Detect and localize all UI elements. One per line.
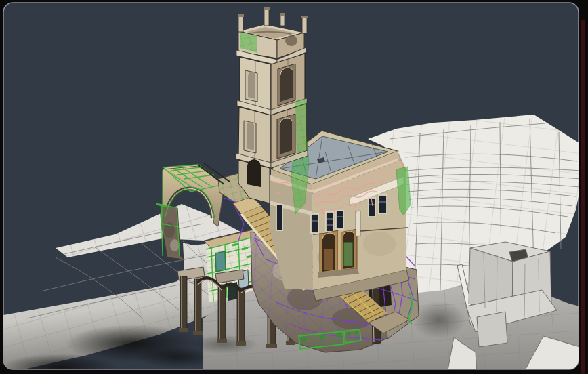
house-window-green	[215, 251, 226, 272]
render-canvas[interactable]	[0, 0, 588, 374]
portal-left	[320, 230, 338, 274]
right-edge-red-strip	[581, 20, 585, 374]
model-viewport[interactable]	[0, 0, 588, 374]
portal-right	[341, 229, 357, 270]
portal-painting-annotation	[344, 243, 352, 266]
